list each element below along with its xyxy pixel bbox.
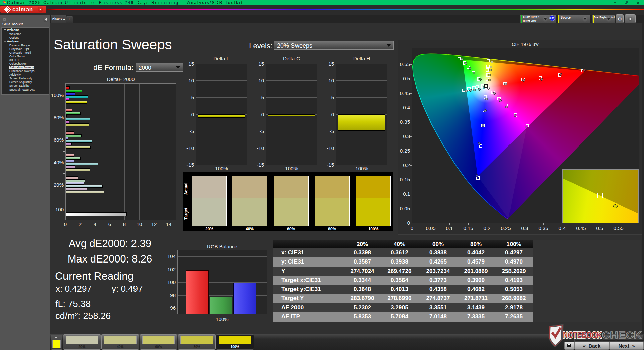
svg-text:CHECK: CHECK [602, 330, 642, 340]
svg-text:NOTEBOOK: NOTEBOOK [563, 330, 602, 340]
